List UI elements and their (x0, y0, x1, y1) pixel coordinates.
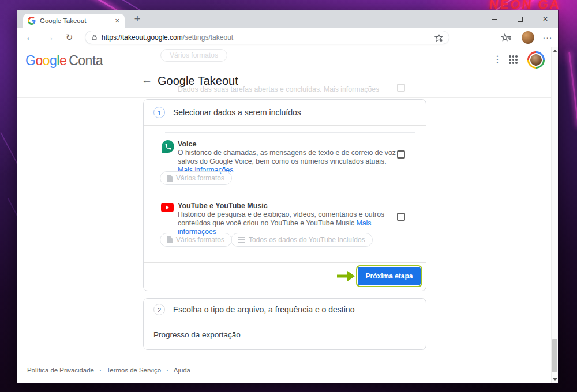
voice-item-title: Voice (178, 140, 196, 148)
next-step-button[interactable]: Próxima etapa (358, 267, 421, 285)
voice-checkbox[interactable] (397, 150, 405, 159)
youtube-data-scope-chip[interactable]: Todos os dados do YouTube incluídos (231, 233, 373, 247)
forward-icon: → (42, 28, 58, 47)
step2-card: 2 Escolha o tipo de arquivo, a frequênci… (143, 298, 426, 350)
export-progress-title: Progresso da exportação (153, 330, 241, 339)
faded-checkbox (397, 84, 405, 92)
privacy-policy-link[interactable]: Política de Privacidade (27, 367, 94, 374)
neon-tube-decoration (568, 52, 577, 126)
page-scrollbar[interactable] (551, 47, 558, 383)
page-content: Vários formatos Dados das suas tarefas a… (17, 47, 558, 383)
tab-title: Google Takeout (40, 17, 111, 24)
browser-titlebar: Google Takeout ✕ + ✕ (17, 10, 558, 28)
address-bar[interactable]: https://takeout.google.com/settings/take… (85, 31, 449, 44)
url-path: /settings/takeout (183, 33, 233, 42)
logo-letter: g (50, 53, 57, 68)
footer-separator: · (99, 367, 102, 374)
bookmark-star-icon[interactable] (434, 33, 443, 42)
step1-number: 1 (153, 107, 165, 118)
page-back-arrow-icon[interactable]: ← (141, 74, 152, 86)
tab-close-icon[interactable]: ✕ (115, 17, 120, 25)
step2-number: 2 (153, 304, 165, 315)
product-name: Conta (69, 53, 103, 68)
document-icon (167, 175, 173, 182)
close-button[interactable]: ✕ (533, 10, 558, 28)
url-text: https://takeout.google.com/settings/take… (102, 33, 430, 42)
google-voice-icon (162, 140, 174, 153)
browser-window: Google Takeout ✕ + ✕ ← → ↻ (17, 10, 558, 383)
maximize-icon (518, 17, 523, 22)
card-divider (144, 262, 426, 263)
maximize-button[interactable] (507, 10, 533, 28)
google-apps-grid-icon[interactable] (509, 55, 518, 65)
scrollbar-thumb[interactable] (552, 339, 557, 372)
overflow-menu-icon[interactable]: ⋮ (492, 54, 503, 65)
browser-toolbar: ← → ↻ https://takeout.google.com/setting… (17, 28, 558, 47)
browser-profile-avatar[interactable] (522, 31, 534, 44)
lock-icon (91, 34, 98, 41)
header-divider (17, 97, 551, 98)
document-icon (167, 236, 173, 243)
voice-formats-chip[interactable]: Vários formatos (160, 171, 232, 185)
annotation-arrow-icon (336, 270, 355, 284)
logo-letter: o (35, 53, 42, 68)
window-controls: ✕ (482, 10, 558, 28)
minimize-button[interactable] (482, 10, 507, 28)
step2-title: Escolha o tipo de arquivo, a frequência … (173, 305, 354, 314)
favorites-icon[interactable] (501, 32, 512, 45)
chip-label: Vários formatos (176, 174, 224, 182)
reload-icon[interactable]: ↻ (61, 28, 77, 47)
logo-letter: o (43, 53, 50, 68)
minimize-icon (492, 19, 497, 20)
youtube-icon (161, 203, 174, 212)
browser-tab[interactable]: Google Takeout ✕ (23, 14, 125, 28)
logo-letter: e (59, 53, 66, 68)
voice-desc-text: O histórico de chamadas, as mensagens de… (178, 149, 396, 165)
browser-menu-icon[interactable]: ··· (540, 28, 555, 47)
chip-label: Todos os dados do YouTube incluídos (249, 236, 365, 244)
youtube-formats-chip[interactable]: Vários formatos (160, 233, 232, 247)
step2-header[interactable]: 2 Escolha o tipo de arquivo, a frequênci… (144, 299, 426, 321)
avatar-photo (529, 53, 543, 67)
terms-of-service-link[interactable]: Termos de Serviço (107, 367, 161, 374)
play-icon (166, 205, 169, 210)
chip-label: Vários formatos (176, 236, 224, 244)
google-conta-logo: GoogleConta (25, 53, 103, 69)
desktop-background: NEON GA Google Takeout ✕ + (0, 0, 577, 392)
step1-card: 1 Selecionar dados a serem incluídos Voi… (143, 99, 426, 291)
footer-separator: · (166, 367, 168, 374)
account-avatar[interactable] (527, 51, 545, 69)
list-divider (165, 132, 415, 133)
new-tab-button[interactable]: + (130, 12, 144, 26)
scroll-down-icon[interactable] (553, 378, 557, 381)
youtube-item-title: YouTube e YouTube Music (178, 202, 268, 210)
logo-letter: G (25, 53, 35, 68)
step1-header: 1 Selecionar dados a serem incluídos (144, 100, 426, 126)
list-icon (238, 237, 245, 243)
toolbar-separator (494, 33, 494, 42)
scroll-up-icon[interactable] (553, 50, 557, 52)
help-link[interactable]: Ajuda (174, 367, 190, 374)
url-domain: https://takeout.google.com (102, 33, 183, 42)
back-icon[interactable]: ← (22, 28, 38, 47)
page-footer: Política de Privacidade · Termos de Serv… (27, 367, 190, 374)
google-favicon (28, 17, 36, 25)
step1-title: Selecionar dados a serem incluídos (173, 108, 301, 117)
youtube-desc-text: Histórico de pesquisa e de exibição, víd… (178, 210, 384, 227)
page-title: Google Takeout (158, 74, 238, 88)
youtube-checkbox[interactable] (397, 213, 405, 221)
faded-chip: Vários formatos (160, 49, 227, 62)
